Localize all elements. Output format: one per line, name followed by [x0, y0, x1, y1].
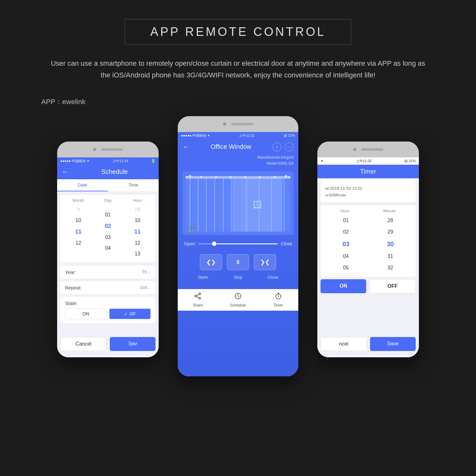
min-30[interactable]: 30 — [378, 238, 403, 251]
time-center: 上午11:31 — [239, 133, 255, 138]
schedule-tabs: Date Time — [57, 179, 159, 192]
fold-1 — [189, 178, 190, 232]
hour-11[interactable]: 11 — [128, 226, 147, 238]
date-picker-area: Month 9 10 11 12 Day 01 02 — [60, 195, 155, 262]
min-29[interactable]: 29 — [378, 226, 403, 238]
page-wrapper: APP REMOTE CONTROL User can use a smartp… — [0, 0, 476, 476]
curtain-hooks — [186, 176, 290, 178]
timer-label: Timer — [274, 303, 283, 307]
close-icon: ❯❮ — [260, 259, 270, 266]
back-arrow-center[interactable]: ← — [182, 143, 189, 151]
schedule-action-buttons: Cancel Sav — [60, 337, 155, 351]
date-picker-cols: Month 9 10 11 12 Day 01 02 — [63, 198, 152, 259]
hour-13[interactable]: 13 — [128, 248, 147, 259]
hour-09[interactable]: 09 — [128, 204, 147, 215]
day-03[interactable]: 03 — [98, 232, 117, 243]
hour-02[interactable]: 02 — [333, 226, 359, 238]
stop-label: Stop — [227, 275, 249, 280]
hour-05[interactable]: 05 — [333, 262, 359, 274]
svg-point-1 — [195, 295, 197, 297]
info-icon-btn[interactable]: i — [273, 142, 281, 151]
hook-7 — [274, 176, 276, 178]
state-label: State: — [65, 301, 151, 306]
tab-time[interactable]: Time — [108, 179, 159, 191]
close-button[interactable]: ❯❮ — [254, 254, 276, 270]
month-col: Month 9 10 11 12 — [69, 198, 88, 259]
cancel-button[interactable]: Cancel — [60, 337, 107, 351]
fold-4 — [214, 178, 215, 232]
hook-4 — [230, 176, 232, 178]
hour-01[interactable]: 01 — [333, 215, 359, 226]
timer-title: Timer — [360, 168, 376, 175]
hook-5 — [244, 176, 246, 178]
timer-info-line2: ur30Minute — [325, 192, 411, 199]
hour-10[interactable]: 10 — [128, 215, 147, 226]
fold-6 — [231, 178, 232, 232]
battery-right: @ 21% — [404, 159, 416, 163]
min-31[interactable]: 31 — [378, 251, 403, 262]
timer-on-button[interactable]: ON — [321, 279, 366, 293]
phone-speaker-center — [231, 123, 253, 125]
curtain-area: 🖼 🪴 — [182, 171, 294, 235]
fold-r4 — [284, 178, 285, 232]
timer-off-button[interactable]: OFF — [369, 279, 416, 293]
state-row: ON ✓ OF — [65, 308, 151, 319]
title-box: APP REMOTE CONTROL — [125, 19, 352, 45]
slider-thumb[interactable] — [212, 241, 216, 246]
office-screen: 🖼 🪴 Open Close — [178, 170, 298, 376]
hour-04[interactable]: 04 — [333, 251, 359, 262]
fold-2 — [198, 178, 199, 232]
day-01[interactable]: 01 — [98, 209, 117, 220]
schedule-screen: Date Time Month 9 10 11 12 — [57, 179, 159, 357]
minute-col-right: 28 29 30 31 32 — [378, 215, 403, 274]
timer-action-buttons: ncel Save — [321, 337, 416, 351]
manufacturer-info: Manufacturer:KingArt Model:KING-Q4 — [178, 155, 298, 170]
stop-button[interactable]: ⏸ — [227, 254, 249, 270]
slider-open-label: Open — [184, 241, 195, 246]
year-row: Year: Th... — [65, 269, 151, 275]
window-inner: 🖼 — [233, 178, 283, 232]
phone-office-window: ●●●●● 中国移动 ✦ 上午11:31 @ 22% ← Office Wind… — [178, 116, 298, 376]
month-11[interactable]: 11 — [69, 226, 88, 238]
repeat-label: Repeat: — [65, 285, 82, 290]
nav-timer[interactable]: Timer — [258, 292, 298, 307]
phone-topbar-right — [317, 142, 419, 157]
control-buttons: ❮❯ ⏸ ❯❮ — [178, 251, 298, 273]
state-off-btn[interactable]: ✓ OF — [109, 308, 151, 319]
carrier-center: ●●●●● 中国移动 ✦ — [181, 133, 210, 138]
plant-icon: 🪴 — [187, 226, 195, 233]
hour-03[interactable]: 03 — [333, 238, 359, 251]
phone-camera-center — [223, 122, 226, 126]
open-button[interactable]: ❮❯ — [200, 254, 222, 270]
day-02[interactable]: 02 — [98, 220, 117, 232]
min-28[interactable]: 28 — [378, 215, 403, 226]
hour-header: Hour — [128, 198, 147, 203]
tab-date[interactable]: Date — [57, 179, 108, 191]
off-label: OF — [129, 311, 136, 316]
back-arrow-left[interactable]: ← — [62, 168, 69, 176]
state-on-btn[interactable]: ON — [65, 308, 107, 319]
timer-save-button[interactable]: Save — [370, 337, 416, 351]
office-icons: i ··· — [273, 142, 294, 151]
month-9[interactable]: 9 — [69, 204, 88, 215]
year-field: Year: Th... — [60, 266, 155, 279]
month-12[interactable]: 12 — [69, 238, 88, 248]
month-10[interactable]: 10 — [69, 215, 88, 226]
nav-share[interactable]: Share — [178, 292, 218, 307]
timer-cancel-button[interactable]: ncel — [321, 337, 367, 351]
manufacturer-name: Manufacturer:KingArt — [182, 155, 294, 161]
nav-schedule[interactable]: Schedule — [218, 292, 258, 307]
hour-12[interactable]: 12 — [128, 238, 147, 248]
slider-track[interactable] — [198, 243, 278, 244]
timer-nav-icon — [274, 292, 282, 302]
more-icon-btn[interactable]: ··· — [285, 142, 294, 151]
phone-schedule: ●●●●● 中国移动 ✦ 上午11:33 🔋 ← Schedule Date T… — [57, 142, 159, 357]
office-window-title: Office Window — [189, 143, 273, 150]
state-field: State: ON ✓ OF — [60, 297, 155, 323]
repeat-row: Repeat: Onl... — [65, 285, 151, 290]
day-04[interactable]: 04 — [98, 243, 117, 254]
phone-speaker-right — [361, 148, 383, 151]
save-button-left[interactable]: Sav — [110, 337, 155, 351]
svg-line-3 — [197, 297, 199, 298]
min-32[interactable]: 32 — [378, 262, 403, 274]
